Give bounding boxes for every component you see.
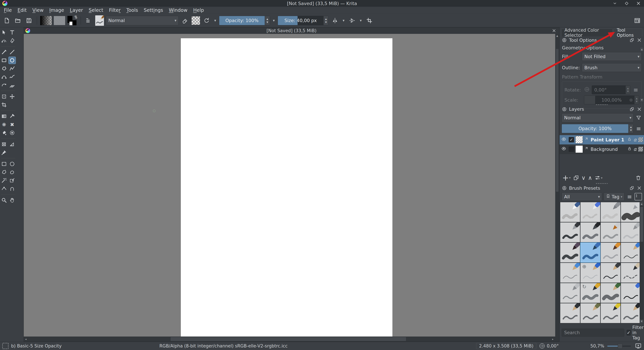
menu-file[interactable]: File [1,7,15,14]
zoom-slider[interactable] [607,343,631,349]
fg-bg-color-widget[interactable]: ⇅ [67,16,78,26]
tool-transform[interactable] [0,93,8,100]
eraser-mode-button[interactable] [180,15,190,26]
brush-preset-brush-orange[interactable] [601,243,620,262]
choose-brush-preset-button[interactable] [84,15,93,26]
close-docker-icon[interactable] [636,185,642,191]
layer-visibility-eye-icon[interactable] [561,137,567,143]
menu-select[interactable]: Select [86,7,106,14]
mirror-vertical-button[interactable] [348,15,357,26]
lock-docker-icon[interactable] [562,38,567,43]
blending-mode-select[interactable]: Normal ▾ [106,16,178,25]
chevron-down-icon[interactable]: ▾ [358,18,363,22]
rotation-dial-icon[interactable] [539,342,546,349]
scroll-up-icon[interactable]: ▲ [640,47,644,52]
open-document-button[interactable] [13,15,22,26]
tool-text[interactable] [8,29,16,36]
tool-bezier-curve[interactable] [0,73,8,80]
tool-edit-shapes[interactable] [0,37,8,44]
alpha-channel-icon[interactable]: α [634,137,636,142]
menu-image[interactable]: Image [46,7,67,14]
float-docker-icon[interactable] [629,185,634,191]
edit-brush-settings-button[interactable] [95,15,104,26]
subwindow-close-icon[interactable] [552,28,556,33]
size-spinner[interactable]: ▲▼ [323,16,328,25]
dock-splitter[interactable] [560,183,644,184]
brush-preset-pencil-beige[interactable] [621,263,641,282]
tool-dynamic-brush[interactable] [0,82,8,89]
tool-colorize-mask[interactable]: ❋ [0,121,8,128]
brush-preset-pen-black[interactable] [560,222,580,242]
tool-fill[interactable] [0,129,8,136]
tool-rect-select[interactable] [0,160,8,168]
tool-measure[interactable] [8,140,16,148]
scroll-down-icon[interactable]: ▼ [640,98,644,102]
move-layer-down-button[interactable]: ∨ [582,174,586,181]
zoom-slider-handle[interactable] [618,344,622,349]
tab-tool-options[interactable]: Tool Options [614,29,642,36]
opacity-spinner[interactable]: ▲▼ [265,16,270,25]
selection-mode-icon[interactable] [2,343,8,349]
layer-checkbox[interactable]: ✓ [569,137,574,142]
brush-preset-blender-smudge[interactable] [601,202,620,222]
tab-advanced-color-selector[interactable]: Advanced Color Selector [561,29,612,36]
tool-enclose-fill[interactable] [8,129,16,136]
image-dimensions[interactable]: 2.480 x 3.508 (33,5 MiB) [476,343,536,349]
layer-row-paint-layer-1[interactable]: ✓Paint Layer 1α [560,135,644,144]
menu-filter[interactable]: Filter [106,7,124,14]
tool-magic-wand[interactable] [0,177,8,184]
brush-preset-pencil-yellow-soft[interactable]: ↻ [580,283,600,303]
duplicate-layer-button[interactable] [573,175,579,181]
close-docker-icon[interactable] [636,106,642,112]
brush-preset-preset-21[interactable] [560,303,580,323]
layer-opacity-slider[interactable]: Opacity: 100% ▲▼ [562,124,634,133]
tool-bezier-select[interactable] [0,185,8,192]
display-mode-icon[interactable] [634,193,642,200]
move-layer-up-button[interactable]: ∧ [588,174,592,181]
horizontal-scroll-thumb[interactable] [170,337,406,341]
preserve-alpha-button[interactable] [192,16,200,25]
tool-similar-select[interactable] [8,177,16,184]
close-docker-icon[interactable] [636,38,642,43]
minimize-icon[interactable] [612,1,618,6]
reload-brush-button[interactable] [202,15,211,26]
fill-select[interactable]: Not Filled ▾ [582,52,642,61]
brush-preset-pencil-blue[interactable] [560,263,580,282]
docker-scrollbar[interactable]: ▲ ▼ [640,47,644,102]
brush-preset-pencils-green[interactable] [601,283,620,303]
tool-ellipse-select[interactable] [8,160,16,168]
brush-preset-pencil-ink-redband[interactable] [601,263,620,282]
float-docker-icon[interactable] [629,38,634,43]
layer-visibility-eye-icon[interactable] [561,146,567,152]
brush-preset-pen-technical[interactable] [560,283,580,303]
lock-docker-icon[interactable] [562,106,567,112]
new-document-button[interactable] [2,15,12,26]
brush-preset-eraser-small[interactable] [580,202,600,222]
brush-preset-brush-dark[interactable] [560,243,580,262]
brush-preset-pen-silver[interactable] [601,222,620,242]
scale-slider[interactable]: 100,00% ▲▼ [584,96,639,104]
lock-open-icon[interactable] [627,137,632,142]
canvas-page[interactable] [181,38,392,336]
maximize-icon[interactable] [624,1,629,6]
background-color[interactable] [70,22,72,25]
preset-scroll-thumb[interactable] [640,206,643,242]
add-layer-button[interactable]: +▾ [562,175,571,181]
tool-ellipse[interactable] [8,56,16,64]
close-icon[interactable] [636,1,641,6]
delete-layer-button[interactable] [635,175,641,181]
preset-scrollbar[interactable]: ▲ ▼ [640,202,644,324]
tool-polygon[interactable] [0,65,8,72]
tool-smart-patch[interactable]: ✖ [8,121,16,128]
menu-tools[interactable]: Tools [124,7,141,14]
workspace-chooser-button[interactable] [632,15,642,26]
alpha-channel-icon[interactable]: α [634,146,636,152]
canvas-vertical-scrollbar[interactable]: ▲ [555,34,559,336]
search-input[interactable] [562,328,624,337]
brush-preset-pen-fountain-blue[interactable] [621,283,641,303]
tool-calligraphy[interactable] [8,37,16,44]
tool-polyline[interactable] [8,65,16,72]
mirror-horizontal-button[interactable] [330,15,340,26]
menu-view[interactable]: View [30,7,46,14]
scroll-left-icon[interactable]: ◂ [24,336,28,342]
